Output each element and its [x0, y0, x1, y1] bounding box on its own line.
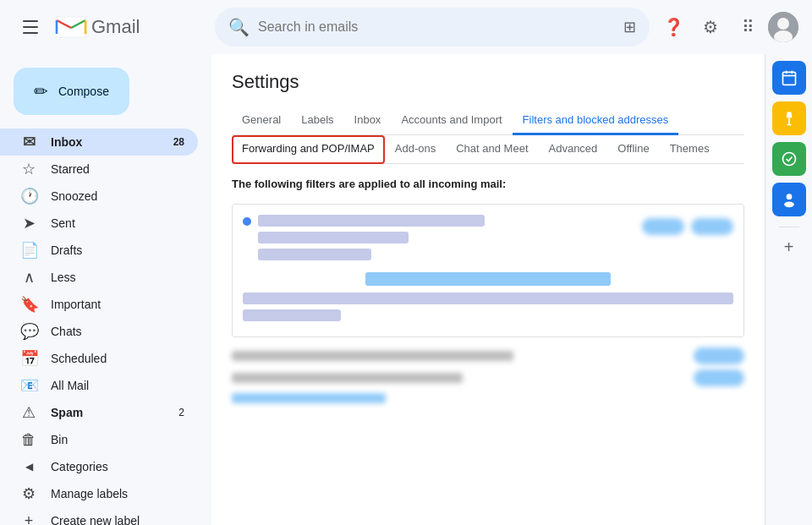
filter-section-1 [232, 204, 744, 337]
keep-icon [781, 110, 798, 127]
right-panel-contacts-icon[interactable] [772, 183, 806, 216]
sidebar-item-snoozed[interactable]: 🕐 Snoozed [0, 183, 198, 210]
right-panel: + [765, 54, 812, 525]
sidebar-item-scheduled[interactable]: 📅 Scheduled [0, 345, 198, 372]
tab-advanced[interactable]: Advanced [539, 135, 608, 164]
filter-content-1 [258, 215, 635, 265]
filter-intro-text: The following filters are applied to all… [232, 178, 744, 190]
calendar-icon [781, 69, 798, 86]
sidebar: ✏ Compose ✉ Inbox 28 ☆ Starred 🕐 Snoozed… [0, 54, 211, 525]
tab-offline[interactable]: Offline [607, 135, 659, 164]
inbox-label: Inbox [51, 135, 160, 149]
sidebar-item-sent[interactable]: ➤ Sent [0, 210, 198, 237]
avatar[interactable] [768, 12, 798, 42]
sidebar-item-createlabel[interactable]: + Create new label [0, 507, 198, 525]
right-panel-add-button[interactable]: + [784, 238, 794, 257]
categories-icon: ◀ [20, 461, 37, 473]
compose-button[interactable]: ✏ Compose [14, 68, 129, 115]
topbar: Gmail 🔍 ⊞ ❓ ⚙ ⠿ [0, 0, 812, 54]
svg-rect-8 [782, 72, 795, 85]
sidebar-item-allmail[interactable]: 📧 All Mail [0, 372, 198, 399]
gmail-label: Gmail [91, 16, 140, 38]
settings-content: Settings General Labels Inbox Accounts a… [211, 54, 765, 525]
sidebar-item-categories[interactable]: ◀ Categories [0, 453, 198, 480]
topbar-right: ❓ ⚙ ⠿ [656, 10, 798, 44]
filter-indicator [243, 217, 251, 226]
settings-button[interactable]: ⚙ [694, 10, 727, 44]
gmail-m-logo [54, 15, 88, 39]
tab-themes[interactable]: Themes [660, 135, 720, 164]
drafts-icon: 📄 [20, 241, 37, 260]
right-panel-calendar-icon[interactable] [772, 61, 806, 95]
less-icon: ∧ [20, 268, 37, 287]
tab-accounts[interactable]: Accounts and Import [391, 107, 512, 135]
filter-list-item-1 [232, 347, 744, 364]
allmail-icon: 📧 [20, 376, 37, 395]
apps-button[interactable]: ⠿ [731, 10, 765, 44]
compose-label: Compose [58, 85, 109, 98]
filter-list-item-2 [232, 369, 744, 386]
tab-filters[interactable]: Filters and blocked addresses [513, 107, 679, 135]
sidebar-item-chats[interactable]: 💬 Chats [0, 318, 198, 345]
filter-center-block [243, 272, 733, 286]
less-label: Less [51, 271, 184, 284]
right-panel-divider [779, 227, 799, 227]
sidebar-item-drafts[interactable]: 📄 Drafts [0, 237, 198, 264]
search-options-icon[interactable]: ⊞ [623, 18, 636, 36]
right-panel-keep-icon[interactable] [772, 101, 806, 135]
managelabels-icon: ⚙ [20, 484, 37, 503]
tab-labels[interactable]: Labels [291, 107, 343, 135]
settings-tabs-row2: Forwarding and POP/IMAP Add-ons Chat and… [232, 135, 744, 164]
sidebar-item-important[interactable]: 🔖 Important [0, 291, 198, 318]
menu-button[interactable] [14, 10, 47, 44]
settings-title: Settings [232, 71, 744, 93]
sidebar-item-inbox[interactable]: ✉ Inbox 28 [0, 129, 198, 156]
right-panel-tasks-icon[interactable] [772, 142, 806, 176]
starred-label: Starred [51, 162, 184, 176]
tab-general[interactable]: General [232, 107, 291, 135]
categories-label: Categories [51, 460, 184, 473]
scheduled-label: Scheduled [51, 352, 184, 365]
tasks-icon [781, 150, 798, 167]
hamburger-icon [23, 20, 38, 34]
createlabel-icon: + [20, 512, 37, 526]
tab-inbox[interactable]: Inbox [344, 107, 392, 135]
inbox-badge: 28 [173, 136, 184, 148]
settings-tabs-row1: General Labels Inbox Accounts and Import… [232, 107, 744, 135]
compose-icon: ✏ [34, 81, 48, 101]
sent-icon: ➤ [20, 214, 37, 232]
search-icon: 🔍 [228, 17, 250, 37]
search-bar[interactable]: 🔍 ⊞ [215, 8, 650, 46]
spam-icon: ⚠ [20, 403, 37, 422]
filter-footer-blurred [232, 393, 744, 403]
svg-point-6 [777, 18, 789, 30]
snoozed-icon: 🕐 [20, 187, 37, 205]
tab-chatmeet[interactable]: Chat and Meet [446, 135, 538, 164]
sidebar-item-starred[interactable]: ☆ Starred [0, 156, 198, 183]
svg-point-12 [782, 153, 795, 166]
bin-label: Bin [51, 433, 184, 446]
starred-icon: ☆ [20, 160, 37, 178]
allmail-label: All Mail [51, 379, 184, 392]
tab-addons[interactable]: Add-ons [385, 135, 446, 164]
svg-point-13 [786, 194, 792, 200]
svg-point-14 [784, 202, 794, 208]
chats-icon: 💬 [20, 322, 37, 341]
scheduled-icon: 📅 [20, 349, 37, 368]
chats-label: Chats [51, 325, 184, 338]
tab-forwarding[interactable]: Forwarding and POP/IMAP [232, 135, 385, 164]
sidebar-item-managelabels[interactable]: ⚙ Manage labels [0, 480, 198, 507]
managelabels-label: Manage labels [51, 487, 184, 500]
bin-icon: 🗑 [20, 431, 37, 449]
sidebar-item-bin[interactable]: 🗑 Bin [0, 426, 198, 453]
important-icon: 🔖 [20, 295, 37, 314]
contacts-icon [781, 191, 798, 208]
search-input[interactable] [258, 19, 615, 35]
filter-actions-1 [642, 218, 733, 235]
help-button[interactable]: ❓ [656, 10, 690, 44]
drafts-label: Drafts [51, 243, 184, 257]
sidebar-item-less[interactable]: ∧ Less [0, 264, 198, 291]
sidebar-item-spam[interactable]: ⚠ Spam 2 [0, 399, 198, 426]
createlabel-label: Create new label [51, 514, 184, 525]
spam-label: Spam [51, 406, 165, 419]
